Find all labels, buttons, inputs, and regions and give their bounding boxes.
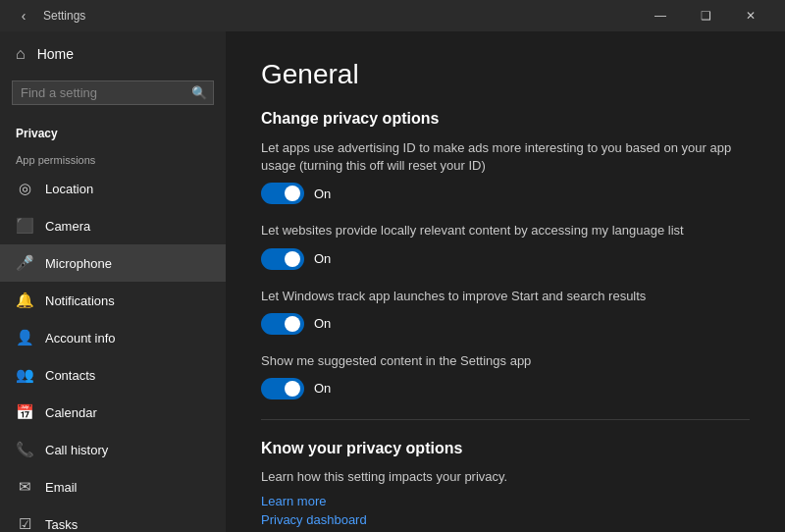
main-layout: ⌂ Home 🔍 Privacy App permissions ◎ Locat… [0,31,785,532]
setting-app-launches-desc: Let Windows track app launches to improv… [261,288,750,305]
setting-language-list: Let websites provide locally relevant co… [261,222,750,269]
back-button[interactable]: ‹ [12,4,35,27]
toggle-language-list-label: On [314,251,331,266]
privacy-section-title: Privacy [0,117,226,146]
setting-suggested-content-desc: Show me suggested content in the Setting… [261,352,750,370]
setting-app-launches: Let Windows track app launches to improv… [261,288,750,335]
sidebar-item-tasks[interactable]: ☑ Tasks [0,505,226,532]
toggle-suggested-content-label: On [314,381,331,396]
titlebar-title: Settings [43,9,85,23]
home-icon: ⌂ [16,45,26,63]
toggle-row-app-launches: On [261,313,750,335]
privacy-dashboard-link[interactable]: Privacy dashboard [261,512,750,527]
search-box[interactable]: 🔍 [12,80,214,105]
setting-language-list-desc: Let websites provide locally relevant co… [261,222,750,239]
divider [261,419,750,420]
sidebar-item-contacts-label: Contacts [45,368,95,383]
home-label: Home [37,46,74,62]
contacts-icon: 👥 [16,366,33,384]
sidebar-item-camera[interactable]: ⬛ Camera [0,207,226,244]
toggle-row-advertising-id: On [261,183,750,204]
sidebar-item-camera-label: Camera [45,219,90,234]
calendar-icon: 📅 [16,403,33,421]
window-controls: — ❑ ✕ [638,0,773,31]
sidebar-item-microphone-label: Microphone [45,256,112,271]
email-icon: ✉ [16,478,33,496]
microphone-icon: 🎤 [16,254,33,272]
notifications-icon: 🔔 [16,292,33,309]
sidebar-item-email-label: Email [45,480,78,495]
toggle-suggested-content[interactable] [261,378,304,399]
titlebar: ‹ Settings — ❑ ✕ [0,0,785,31]
sidebar-item-location[interactable]: ◎ Location [0,170,226,207]
sidebar-item-email[interactable]: ✉ Email [0,468,226,505]
toggle-advertising-id[interactable] [261,183,304,204]
sidebar-item-microphone[interactable]: 🎤 Microphone [0,244,226,282]
sidebar: ⌂ Home 🔍 Privacy App permissions ◎ Locat… [0,31,226,532]
learn-more-link[interactable]: Learn more [261,494,750,508]
sidebar-item-contacts[interactable]: 👥 Contacts [0,356,226,394]
toggle-language-list[interactable] [261,248,304,270]
change-privacy-title: Change privacy options [261,110,750,128]
page-title: General [261,59,750,90]
sidebar-item-home[interactable]: ⌂ Home [0,31,226,77]
sidebar-item-call-history-label: Call history [45,443,108,457]
search-input[interactable] [21,85,185,100]
know-privacy-title: Know your privacy options [261,440,750,457]
setting-advertising-id: Let apps use advertising ID to make ads … [261,139,750,204]
toggle-advertising-id-label: On [314,186,331,201]
tasks-icon: ☑ [16,515,33,532]
toggle-row-language-list: On [261,248,750,270]
sidebar-item-tasks-label: Tasks [45,517,78,532]
know-privacy-desc: Learn how this setting impacts your priv… [261,469,750,484]
sidebar-item-notifications-label: Notifications [45,293,115,308]
sidebar-item-call-history[interactable]: 📞 Call history [0,431,226,468]
location-icon: ◎ [16,180,33,197]
sidebar-item-calendar[interactable]: 📅 Calendar [0,394,226,431]
app-permissions-subtitle: App permissions [0,146,226,170]
toggle-row-suggested-content: On [261,378,750,399]
sidebar-item-account-info-label: Account info [45,331,116,346]
account-icon: 👤 [16,329,33,346]
setting-suggested-content: Show me suggested content in the Setting… [261,352,750,399]
toggle-app-launches[interactable] [261,313,304,335]
sidebar-item-location-label: Location [45,182,93,196]
close-button[interactable]: ✕ [728,0,773,31]
sidebar-item-account-info[interactable]: 👤 Account info [0,319,226,356]
toggle-app-launches-label: On [314,316,331,331]
setting-advertising-id-desc: Let apps use advertising ID to make ads … [261,139,750,175]
search-icon: 🔍 [191,85,207,100]
minimize-button[interactable]: — [638,0,683,31]
sidebar-item-calendar-label: Calendar [45,405,97,420]
content-area: General Change privacy options Let apps … [226,31,785,532]
call-history-icon: 📞 [16,441,33,458]
sidebar-item-notifications[interactable]: 🔔 Notifications [0,282,226,319]
camera-icon: ⬛ [16,217,33,235]
back-icon: ‹ [22,8,26,24]
maximize-button[interactable]: ❑ [683,0,728,31]
